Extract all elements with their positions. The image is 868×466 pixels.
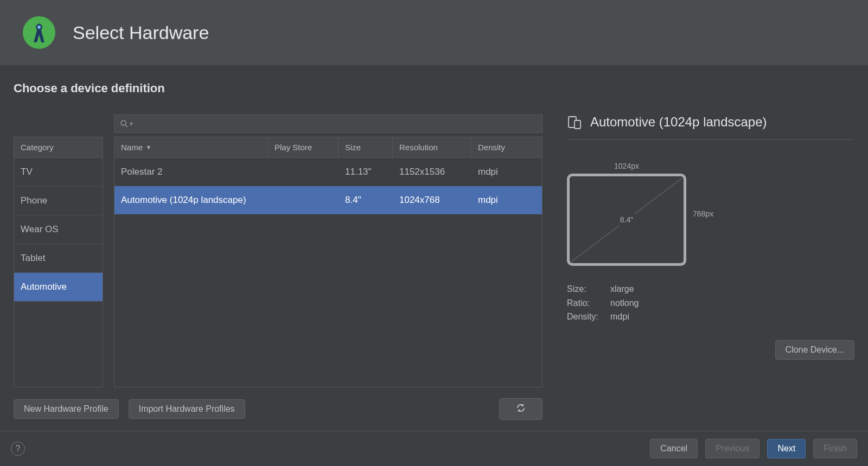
dialog-footer: ? Cancel Previous Next Finish [0,431,868,466]
dialog-title: Select Hardware [73,22,209,43]
category-item-tablet[interactable]: Tablet [14,244,103,273]
category-item-phone[interactable]: Phone [14,187,103,215]
device-density: mdpi [471,158,542,186]
col-header-play-store[interactable]: Play Store [268,137,339,157]
import-hardware-profiles-button[interactable]: Import Hardware Profiles [129,399,245,419]
svg-point-3 [121,120,126,125]
previous-button[interactable]: Previous [705,439,760,458]
spec-density-label: Density: [567,310,610,324]
device-size: 8.4" [339,186,393,214]
device-resolution: 1152x1536 [393,158,471,186]
category-item-tv[interactable]: TV [14,158,103,187]
device-name: Automotive (1024p landscape) [114,186,268,214]
search-field[interactable] [136,119,537,129]
col-header-resolution[interactable]: Resolution [393,137,471,157]
col-header-size[interactable]: Size [339,137,393,157]
section-subtitle: Choose a device definition [14,81,854,95]
svg-rect-6 [575,120,580,129]
device-play-store [268,158,339,186]
width-label: 1024px [614,162,639,170]
spec-density-value: mdpi [610,310,629,324]
spec-ratio-label: Ratio: [567,296,610,310]
category-item-automotive[interactable]: Automotive [14,273,103,302]
search-icon [120,119,129,128]
refresh-button[interactable] [499,398,542,420]
device-density: mdpi [471,186,542,214]
device-specs: Size: xlarge Ratio: notlong Density: mdp… [567,282,854,324]
finish-button[interactable]: Finish [813,439,857,458]
device-table-body: Polestar 211.13"1152x1536mdpiAutomotive … [114,158,542,387]
new-hardware-profile-button[interactable]: New Hardware Profile [14,399,119,419]
next-button[interactable]: Next [767,439,806,458]
cancel-button[interactable]: Cancel [650,439,698,458]
category-item-wear-os[interactable]: Wear OS [14,215,103,244]
help-button[interactable]: ? [11,442,25,456]
category-column-header: Category [14,137,103,158]
diagonal-label: 8.4" [618,214,635,225]
spec-ratio-value: notlong [610,296,639,310]
dialog-header: Select Hardware [0,0,868,65]
refresh-icon [516,403,526,413]
search-input[interactable]: ▾ [114,114,542,133]
height-label: 768px [693,209,713,218]
device-outline-icon [567,114,582,130]
content-area: Choose a device definition ▾ [0,65,868,431]
category-list: TVPhoneWear OSTabletAutomotive [14,158,103,387]
col-header-density[interactable]: Density [471,137,542,157]
device-dimension-diagram: 1024px 8.4" 768px [567,162,854,266]
spec-size-value: xlarge [610,282,634,296]
col-header-name[interactable]: Name ▼ [114,137,268,157]
device-play-store [268,186,339,214]
device-table-header: Name ▼ Play Store Size Resolution Densit… [114,137,542,158]
svg-point-2 [37,25,41,29]
sort-desc-icon: ▼ [146,144,151,150]
device-preview-panel: Automotive (1024p landscape) 1024px 8.4"… [567,114,854,420]
device-screen-rect: 8.4" [567,174,686,266]
svg-line-4 [125,125,127,127]
android-studio-logo-icon [22,15,56,50]
spec-size-label: Size: [567,282,610,296]
device-name: Polestar 2 [114,158,268,186]
device-row[interactable]: Automotive (1024p landscape)8.4"1024x768… [114,186,542,214]
device-size: 11.13" [339,158,393,186]
device-row[interactable]: Polestar 211.13"1152x1536mdpi [114,158,542,186]
preview-device-name: Automotive (1024p landscape) [590,114,767,130]
device-resolution: 1024x768 [393,186,471,214]
clone-device-button[interactable]: Clone Device... [775,340,855,360]
